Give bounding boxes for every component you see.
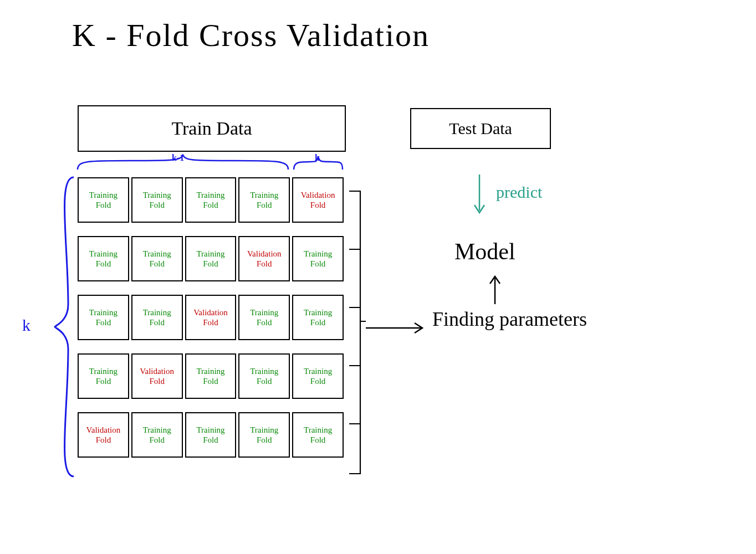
fold-cell-line1: Training <box>250 190 278 200</box>
fold-cell-line2: Fold <box>149 376 165 386</box>
training-fold-cell: TrainingFold <box>78 177 129 223</box>
validation-fold-cell: ValidationFold <box>185 295 237 340</box>
fold-cell-line1: Training <box>89 366 118 376</box>
fold-cell-line2: Fold <box>203 435 218 445</box>
fold-cell-line1: Training <box>89 307 118 317</box>
validation-fold-cell: ValidationFold <box>292 177 344 223</box>
fold-cell-line2: Fold <box>203 259 218 269</box>
training-fold-cell: TrainingFold <box>131 177 183 223</box>
training-fold-cell: TrainingFold <box>292 295 344 340</box>
fold-cell-line2: Fold <box>96 200 111 210</box>
fold-cell-line1: Training <box>304 425 332 435</box>
training-fold-cell: TrainingFold <box>78 353 129 399</box>
fold-cell-line2: Fold <box>257 435 272 445</box>
validation-fold-cell: ValidationFold <box>238 236 290 281</box>
fold-cell-line2: Fold <box>257 376 272 386</box>
folds-grid: TrainingFoldTrainingFoldTrainingFoldTrai… <box>78 177 344 471</box>
validation-fold-cell: ValidationFold <box>78 412 129 458</box>
fold-cell-line1: Training <box>89 249 118 259</box>
model-label: Model <box>454 238 515 265</box>
fold-cell-line2: Fold <box>149 435 165 445</box>
fold-cell-line2: Fold <box>96 435 111 445</box>
fold-cell-line2: Fold <box>203 376 218 386</box>
training-fold-cell: TrainingFold <box>238 177 290 223</box>
fold-cell-line1: Training <box>196 249 224 259</box>
diagram-title: K - Fold Cross Validation <box>72 17 430 54</box>
fold-row: TrainingFoldTrainingFoldTrainingFoldVali… <box>78 236 344 281</box>
validation-fold-cell: ValidationFold <box>131 353 183 399</box>
fold-cell-line1: Validation <box>301 190 335 200</box>
fold-cell-line1: Training <box>250 366 278 376</box>
fold-cell-line2: Fold <box>310 200 326 210</box>
fold-cell-line2: Fold <box>96 376 111 386</box>
fold-cell-line2: Fold <box>203 317 218 327</box>
fold-cell-line1: Validation <box>140 366 174 376</box>
fold-cell-line1: Validation <box>247 249 282 259</box>
fold-cell-line1: Training <box>250 307 278 317</box>
fold-cell-line2: Fold <box>257 317 272 327</box>
fold-cell-line2: Fold <box>310 435 326 445</box>
training-fold-cell: TrainingFold <box>185 412 237 458</box>
fold-cell-line1: Training <box>196 190 224 200</box>
training-fold-cell: TrainingFold <box>292 412 344 458</box>
fold-cell-line1: Training <box>89 190 118 200</box>
fold-cell-line2: Fold <box>310 376 326 386</box>
fold-cell-line2: Fold <box>257 259 272 269</box>
train-data-box: Train Data <box>78 105 346 152</box>
training-fold-cell: TrainingFold <box>238 353 290 399</box>
fold-row: ValidationFoldTrainingFoldTrainingFoldTr… <box>78 412 344 458</box>
finding-parameters-label: Finding parameters <box>432 307 587 331</box>
fold-cell-line1: Training <box>143 249 171 259</box>
brace-label-k-top: k <box>315 153 320 163</box>
fold-row: TrainingFoldTrainingFoldTrainingFoldTrai… <box>78 177 344 223</box>
fold-cell-line2: Fold <box>203 200 218 210</box>
fold-cell-line2: Fold <box>257 200 272 210</box>
fold-cell-line1: Training <box>143 190 171 200</box>
left-brace <box>53 177 75 476</box>
fold-cell-line2: Fold <box>96 259 111 269</box>
fold-cell-line2: Fold <box>149 317 165 327</box>
fold-row: TrainingFoldValidationFoldTrainingFoldTr… <box>78 353 344 399</box>
fold-cell-line1: Training <box>304 249 332 259</box>
diagram-canvas: K - Fold Cross Validation Train Data Tes… <box>0 0 756 554</box>
up-arrow-icon <box>487 274 503 304</box>
fold-cell-line1: Validation <box>86 425 121 435</box>
train-data-label: Train Data <box>171 118 252 139</box>
training-fold-cell: TrainingFold <box>185 236 237 281</box>
fold-cell-line1: Training <box>250 425 278 435</box>
test-data-box: Test Data <box>410 108 551 149</box>
training-fold-cell: TrainingFold <box>185 353 237 399</box>
fold-cell-line2: Fold <box>310 259 326 269</box>
fold-cell-line1: Training <box>143 425 171 435</box>
brace-label-k-minus-1: k-1 <box>172 153 184 163</box>
training-fold-cell: TrainingFold <box>292 236 344 281</box>
fold-row: TrainingFoldTrainingFoldValidationFoldTr… <box>78 295 344 340</box>
fold-cell-line1: Training <box>196 366 224 376</box>
predict-arrow-icon <box>471 172 488 216</box>
training-fold-cell: TrainingFold <box>131 236 183 281</box>
training-fold-cell: TrainingFold <box>238 412 290 458</box>
training-fold-cell: TrainingFold <box>292 353 344 399</box>
fold-cell-line1: Validation <box>193 307 228 317</box>
fold-cell-line1: Training <box>143 307 171 317</box>
training-fold-cell: TrainingFold <box>131 412 183 458</box>
brace-label-k-left: k <box>22 316 30 335</box>
fold-cell-line2: Fold <box>96 317 111 327</box>
training-fold-cell: TrainingFold <box>185 177 237 223</box>
fold-cell-line1: Training <box>304 366 332 376</box>
training-fold-cell: TrainingFold <box>78 295 129 340</box>
training-fold-cell: TrainingFold <box>131 295 183 340</box>
top-brace-group <box>78 154 344 171</box>
predict-label: predict <box>496 183 542 202</box>
test-data-label: Test Data <box>449 119 512 138</box>
fold-cell-line2: Fold <box>310 317 326 327</box>
fold-cell-line1: Training <box>304 307 332 317</box>
training-fold-cell: TrainingFold <box>238 295 290 340</box>
training-fold-cell: TrainingFold <box>78 236 129 281</box>
fold-cell-line2: Fold <box>149 200 165 210</box>
fold-cell-line2: Fold <box>149 259 165 269</box>
arrow-to-finding-icon <box>366 321 427 335</box>
fold-cell-line1: Training <box>196 425 224 435</box>
